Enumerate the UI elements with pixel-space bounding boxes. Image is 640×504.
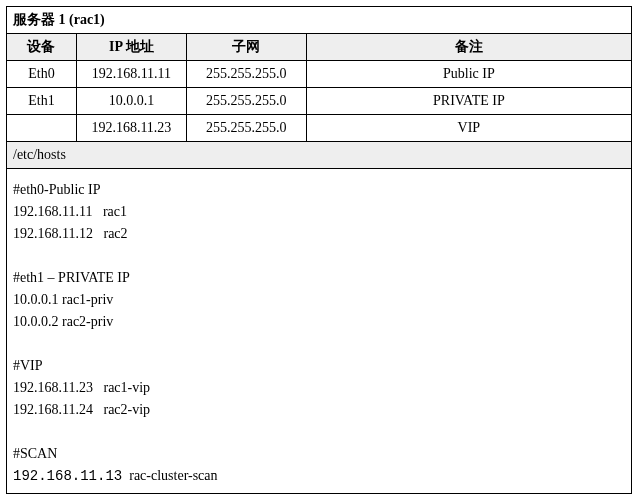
header-ip: IP 地址: [76, 34, 186, 61]
cell-device: Eth1: [7, 88, 77, 115]
hosts-line: 10.0.0.1 rac1-priv: [13, 292, 113, 307]
hosts-line: 192.168.11.23 rac1-vip: [13, 380, 150, 395]
cell-ip: 192.168.11.23: [76, 115, 186, 142]
cell-device: [7, 115, 77, 142]
table-row: 192.168.11.23 255.255.255.0 VIP: [7, 115, 632, 142]
table-row: Eth1 10.0.0.1 255.255.255.0 PRIVATE IP: [7, 88, 632, 115]
etc-hosts-header: /etc/hosts: [7, 142, 632, 169]
etc-hosts-content: #eth0-Public IP 192.168.11.11 rac1 192.1…: [6, 169, 632, 494]
table-row: Eth0 192.168.11.11 255.255.255.0 Public …: [7, 61, 632, 88]
hosts-scan-ip: 192.168.11.13: [13, 468, 122, 484]
hosts-section-private: #eth1 – PRIVATE IP: [13, 270, 130, 285]
hosts-scan-host: rac-cluster-scan: [122, 468, 217, 483]
hosts-line: 10.0.0.2 rac2-priv: [13, 314, 113, 329]
cell-subnet: 255.255.255.0: [186, 88, 306, 115]
hosts-section-public: #eth0-Public IP: [13, 182, 101, 197]
table-header-row: 设备 IP 地址 子网 备注: [7, 34, 632, 61]
header-note: 备注: [306, 34, 631, 61]
hosts-line: 192.168.11.11 rac1: [13, 204, 127, 219]
cell-note: VIP: [306, 115, 631, 142]
cell-subnet: 255.255.255.0: [186, 61, 306, 88]
header-device: 设备: [7, 34, 77, 61]
hosts-section-scan: #SCAN: [13, 446, 57, 461]
cell-ip: 192.168.11.11: [76, 61, 186, 88]
cell-ip: 10.0.0.1: [76, 88, 186, 115]
hosts-line: 192.168.11.12 rac2: [13, 226, 128, 241]
header-subnet: 子网: [186, 34, 306, 61]
cell-subnet: 255.255.255.0: [186, 115, 306, 142]
cell-note: Public IP: [306, 61, 631, 88]
table-title: 服务器 1 (rac1): [7, 7, 632, 34]
cell-device: Eth0: [7, 61, 77, 88]
server-config-table: 服务器 1 (rac1) 设备 IP 地址 子网 备注 Eth0 192.168…: [6, 6, 632, 169]
hosts-line: 192.168.11.24 rac2-vip: [13, 402, 150, 417]
cell-note: PRIVATE IP: [306, 88, 631, 115]
hosts-section-vip: #VIP: [13, 358, 43, 373]
